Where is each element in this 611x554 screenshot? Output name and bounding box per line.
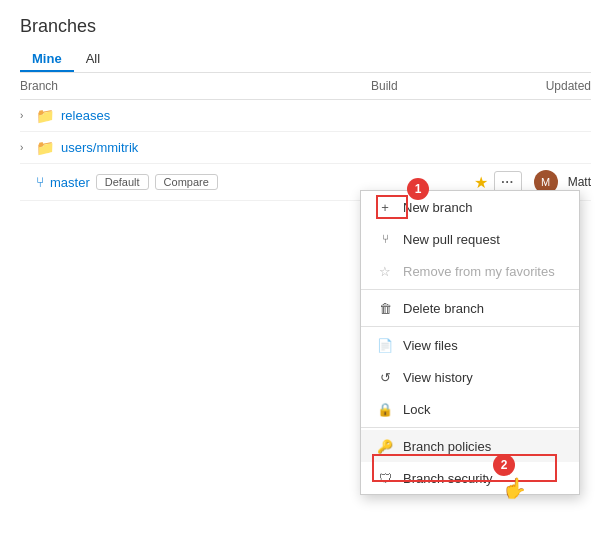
badge-default: Default: [96, 174, 149, 190]
context-menu: + New branch ⑂ New pull request ☆ Remove…: [360, 190, 580, 495]
badge-compare[interactable]: Compare: [155, 174, 218, 190]
shield-icon: 🛡: [375, 470, 395, 486]
branch-name-master[interactable]: master: [50, 175, 90, 190]
branch-name-releases[interactable]: releases: [61, 108, 110, 123]
policy-icon: 🔑: [375, 438, 395, 454]
menu-item-view-history[interactable]: ↺ View history: [361, 361, 579, 393]
tabs: Mine All: [20, 47, 591, 73]
lock-icon: 🔒: [375, 401, 395, 417]
menu-item-delete-branch[interactable]: 🗑 Delete branch: [361, 292, 579, 324]
chevron-master: ›: [20, 177, 36, 188]
folder-icon-releases: 📁: [36, 107, 55, 125]
menu-label-view-files: View files: [403, 338, 458, 353]
menu-label-branch-security: Branch security: [403, 471, 493, 486]
menu-divider-2: [361, 326, 579, 327]
menu-item-remove-favorites[interactable]: ☆ Remove from my favorites: [361, 255, 579, 287]
page-title: Branches: [20, 16, 591, 37]
menu-label-new-branch: New branch: [403, 200, 472, 215]
menu-divider-3: [361, 427, 579, 428]
menu-label-view-history: View history: [403, 370, 473, 385]
star-icon-master[interactable]: ★: [474, 173, 488, 192]
menu-label-new-pull-request: New pull request: [403, 232, 500, 247]
updated-by-master: Matt: [568, 175, 591, 189]
menu-item-branch-security[interactable]: 🛡 Branch security: [361, 462, 579, 494]
badge-circle-2: 2: [493, 454, 515, 476]
plus-icon: +: [375, 199, 395, 215]
menu-label-delete-branch: Delete branch: [403, 301, 484, 316]
menu-item-new-pull-request[interactable]: ⑂ New pull request: [361, 223, 579, 255]
star-outline-icon: ☆: [375, 263, 395, 279]
branch-name-users[interactable]: users/mmitrik: [61, 140, 138, 155]
history-icon: ↺: [375, 369, 395, 385]
cursor-hand: 👆: [502, 476, 527, 500]
branch-row-releases: › 📁 releases: [20, 100, 591, 132]
pull-request-icon: ⑂: [375, 231, 395, 247]
col-header-branch: Branch: [20, 79, 371, 93]
menu-item-branch-policies[interactable]: 🔑 Branch policies: [361, 430, 579, 462]
tab-mine[interactable]: Mine: [20, 47, 74, 72]
menu-label-branch-policies: Branch policies: [403, 439, 491, 454]
menu-item-lock[interactable]: 🔒 Lock: [361, 393, 579, 425]
menu-label-remove-favorites: Remove from my favorites: [403, 264, 555, 279]
page-container: Branches Mine All Branch Build Updated ›…: [0, 0, 611, 217]
more-dots: ···: [501, 175, 514, 189]
folder-icon-users: 📁: [36, 139, 55, 157]
menu-item-view-files[interactable]: 📄 View files: [361, 329, 579, 361]
chevron-releases[interactable]: ›: [20, 110, 36, 121]
col-header-build: Build: [371, 79, 491, 93]
chevron-users[interactable]: ›: [20, 142, 36, 153]
branch-row-users: › 📁 users/mmitrik: [20, 132, 591, 164]
trash-icon: 🗑: [375, 300, 395, 316]
tab-all[interactable]: All: [74, 47, 112, 72]
menu-item-new-branch[interactable]: + New branch: [361, 191, 579, 223]
col-header-updated: Updated: [491, 79, 591, 93]
badge-circle-1: 1: [407, 178, 429, 200]
branch-icon-master: ⑂: [36, 174, 44, 190]
menu-label-lock: Lock: [403, 402, 430, 417]
file-icon: 📄: [375, 337, 395, 353]
table-header: Branch Build Updated: [20, 73, 591, 100]
menu-divider-1: [361, 289, 579, 290]
